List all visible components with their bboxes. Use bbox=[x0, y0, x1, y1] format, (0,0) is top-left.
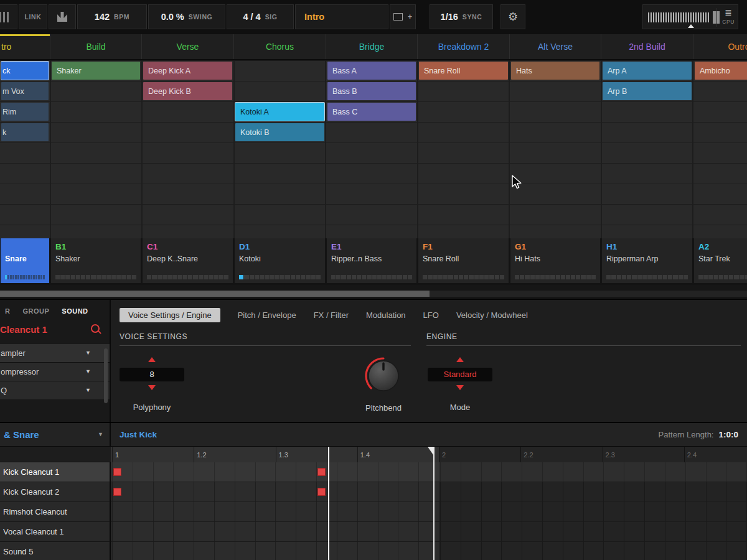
pattern-length-label: Pattern Length: bbox=[659, 430, 714, 439]
pads-icon[interactable] bbox=[0, 4, 17, 29]
voice-settings-section-header: VOICE SETTINGS bbox=[120, 332, 411, 346]
master-meter-box: ≣ CPU bbox=[642, 4, 738, 29]
pattern-cell-bass-a[interactable]: Bass A bbox=[327, 62, 416, 80]
scene-row: troBuildVerseChorusBridgeBreakdown 2Alt … bbox=[0, 34, 747, 60]
ruler-label-1-3: 1.3 bbox=[279, 451, 288, 459]
sound-row-vocal-cleancut-1[interactable]: Vocal Cleancut 1 bbox=[0, 522, 111, 542]
bpm-control[interactable]: 142 BPM bbox=[77, 4, 147, 29]
group-e1[interactable]: E1Ripper..n Bass bbox=[327, 238, 416, 283]
signature-control[interactable]: 4 / 4 SIG bbox=[227, 4, 294, 29]
tab-voice-settings-engine[interactable]: Voice Settings / Engine bbox=[120, 308, 220, 322]
tab-r[interactable]: R bbox=[5, 307, 10, 315]
pattern-end-marker-icon[interactable] bbox=[428, 447, 433, 455]
editor-group-selector[interactable]: & Snare ▼ bbox=[0, 423, 111, 447]
group-h1[interactable]: H1Ripperman Arp bbox=[602, 238, 692, 283]
tab-pitch-envelope[interactable]: Pitch / Envelope bbox=[238, 308, 296, 322]
tab-lfo[interactable]: LFO bbox=[423, 308, 439, 322]
mode-decrement-icon[interactable] bbox=[456, 385, 464, 390]
timeline-ruler[interactable]: 11.21.31.422.22.32.4 bbox=[0, 447, 747, 462]
scene-tab-2nd-build[interactable]: 2nd Build bbox=[601, 34, 693, 59]
pattern-cell-k[interactable]: k bbox=[1, 123, 49, 141]
pattern-cell-deep-kick-a[interactable]: Deep Kick A bbox=[143, 62, 232, 80]
swing-label: SWING bbox=[189, 13, 213, 21]
tab-group[interactable]: GROUP bbox=[22, 307, 49, 315]
pattern-cell-kotoki-b[interactable]: Kotoki B bbox=[235, 123, 324, 141]
ruler-label-2-2: 2.2 bbox=[524, 451, 533, 459]
polyphony-value[interactable]: 8 bbox=[120, 368, 184, 381]
polyphony-decrement-icon[interactable] bbox=[148, 385, 156, 390]
scene-tab-bridge[interactable]: Bridge bbox=[326, 34, 418, 59]
pattern-cell-snare-roll[interactable]: Snare Roll bbox=[419, 62, 508, 80]
sound-name-row[interactable]: Cleancut 1 bbox=[0, 323, 110, 337]
scene-tab-verse[interactable]: Verse bbox=[142, 34, 234, 59]
sound-row-rimshot-cleancut[interactable]: Rimshot Cleancut bbox=[0, 502, 111, 522]
pattern-end-line[interactable] bbox=[433, 447, 435, 560]
pattern-cell-hats[interactable]: Hats bbox=[511, 62, 599, 80]
plugin-slot-ampler[interactable]: ampler▼ bbox=[0, 344, 110, 363]
group-meter bbox=[331, 275, 412, 279]
swing-control[interactable]: 0.0 % SWING bbox=[148, 4, 225, 29]
group-f1[interactable]: F1Snare Roll bbox=[418, 238, 509, 283]
meter-marker-icon[interactable] bbox=[688, 24, 694, 28]
chevron-down-icon[interactable]: ▼ bbox=[85, 363, 91, 381]
plugin-list: ampler▼ompressor▼Q▼ bbox=[0, 344, 110, 400]
plugin-list-scrollbar[interactable] bbox=[104, 348, 108, 403]
settings-button[interactable]: ⚙ bbox=[500, 4, 525, 29]
pattern-grid[interactable]: ckm VoxRimkShakerDeep Kick ADeep Kick BK… bbox=[0, 60, 747, 238]
quantize-control[interactable]: 1/16 SYNC bbox=[430, 4, 493, 29]
pattern-length[interactable]: Pattern Length:1:0:0 bbox=[659, 423, 738, 446]
pattern-cell-ck[interactable]: ck bbox=[1, 62, 49, 80]
pattern-name[interactable]: Just Kick bbox=[120, 423, 157, 446]
tab-modulation[interactable]: Modulation bbox=[366, 308, 406, 322]
scene-tab-chorus[interactable]: Chorus bbox=[234, 34, 326, 59]
scrollbar-thumb[interactable] bbox=[0, 291, 430, 297]
sound-row-sound-5[interactable]: Sound 5 bbox=[0, 542, 111, 560]
pattern-cell-deep-kick-b[interactable]: Deep Kick B bbox=[143, 82, 232, 100]
chevron-down-icon[interactable]: ▼ bbox=[98, 423, 103, 446]
pattern-cell-arp-a[interactable]: Arp A bbox=[603, 62, 692, 80]
pattern-cell-ambicho[interactable]: Ambicho bbox=[695, 62, 747, 80]
pattern-cell-m-vox[interactable]: m Vox bbox=[1, 82, 49, 100]
scene-tab-tro[interactable]: tro bbox=[0, 34, 50, 59]
polyphony-increment-icon[interactable] bbox=[148, 357, 156, 362]
pattern-cell-kotoki-a[interactable]: Kotoki A bbox=[235, 103, 324, 121]
pattern-cell-arp-b[interactable]: Arp B bbox=[603, 82, 692, 100]
group-b1[interactable]: B1Shaker bbox=[51, 238, 141, 283]
scene-tab-alt-verse[interactable]: Alt Verse bbox=[510, 34, 601, 59]
chevron-down-icon[interactable]: ▼ bbox=[85, 344, 91, 362]
search-icon[interactable] bbox=[91, 324, 100, 333]
mode-value[interactable]: Standard bbox=[428, 368, 492, 381]
link-button[interactable]: LINK bbox=[19, 4, 47, 29]
midi-note[interactable] bbox=[317, 468, 326, 476]
midi-note[interactable] bbox=[113, 468, 121, 476]
group-d1[interactable]: D1Kotoki bbox=[235, 238, 325, 283]
group-g1[interactable]: G1Hi Hats bbox=[510, 238, 600, 283]
midi-note[interactable] bbox=[113, 488, 121, 496]
pitchbend-knob[interactable] bbox=[364, 356, 403, 396]
scene-tab-outro[interactable]: Outro bbox=[693, 34, 747, 59]
group-name: Deep K..Snare bbox=[147, 254, 228, 263]
mode-increment-icon[interactable] bbox=[456, 357, 464, 362]
group-selected[interactable]: Snare bbox=[1, 238, 49, 283]
group-c1[interactable]: C1Deep K..Snare bbox=[143, 238, 233, 283]
chevron-down-icon[interactable]: ▼ bbox=[85, 381, 91, 399]
sound-row-kick-cleancut-2[interactable]: Kick Cleancut 2 bbox=[0, 482, 111, 502]
scene-tab-breakdown-2[interactable]: Breakdown 2 bbox=[418, 34, 510, 59]
pattern-cell-bass-b[interactable]: Bass B bbox=[327, 82, 416, 100]
arranger-scrollbar[interactable] bbox=[0, 291, 747, 297]
pattern-cell-bass-c[interactable]: Bass C bbox=[327, 103, 416, 121]
pattern-cell-rim[interactable]: Rim bbox=[1, 103, 49, 121]
tab-velocity-modwheel[interactable]: Velocity / Modwheel bbox=[456, 308, 528, 322]
section-insert-button[interactable]: + bbox=[390, 4, 416, 29]
tab-fx-filter[interactable]: FX / Filter bbox=[314, 308, 349, 322]
sound-row-kick-cleancut-1[interactable]: Kick Cleancut 1 bbox=[0, 462, 111, 482]
group-a2[interactable]: A2Star Trek bbox=[694, 238, 747, 283]
editor-header: & Snare ▼ Just Kick Pattern Length:1:0:0 bbox=[0, 423, 747, 447]
scene-tab-build[interactable]: Build bbox=[50, 34, 142, 59]
plugin-slot-ompressor[interactable]: ompressor▼ bbox=[0, 363, 110, 381]
tab-sound[interactable]: SOUND bbox=[62, 307, 88, 315]
section-selector[interactable]: Intro bbox=[295, 4, 388, 29]
plugin-slot-q[interactable]: Q▼ bbox=[0, 381, 110, 400]
midi-note[interactable] bbox=[317, 488, 326, 496]
pattern-cell-shaker[interactable]: Shaker bbox=[52, 62, 140, 80]
